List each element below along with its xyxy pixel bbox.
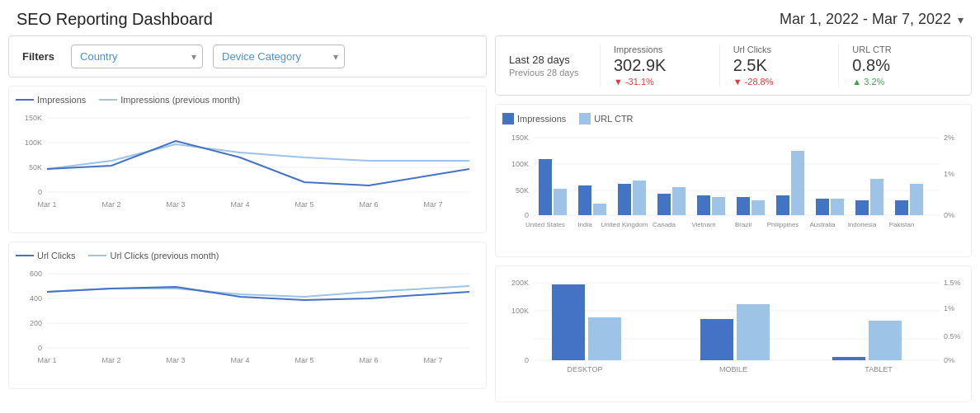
impressions-prev-legend-label: Impressions (previous month) <box>120 95 240 105</box>
svg-text:Mar 6: Mar 6 <box>359 356 378 364</box>
stats-period-main: Last 28 days <box>509 54 600 66</box>
country-ctr-legend-box <box>579 113 591 124</box>
svg-rect-59 <box>895 200 908 215</box>
device-category-filter[interactable]: Device Category <box>213 45 345 68</box>
svg-rect-47 <box>657 194 671 215</box>
svg-rect-43 <box>578 185 591 215</box>
url-clicks-value: 2.5K <box>733 56 767 75</box>
impressions-legend-line <box>16 99 34 101</box>
country-filter[interactable]: Country <box>71 45 203 68</box>
svg-rect-44 <box>593 204 606 215</box>
url-clicks-change: ▼ -28.8% <box>733 77 774 87</box>
svg-text:0%: 0% <box>944 356 954 364</box>
svg-text:0.5%: 0.5% <box>944 332 961 340</box>
svg-text:MOBILE: MOBILE <box>719 365 747 373</box>
url-clicks-prev-legend-label: Url Clicks (previous month) <box>110 251 219 260</box>
url-ctr-value: 0.8% <box>852 56 890 75</box>
filters-bar: Filters Country Device Category <box>8 35 487 77</box>
impressions-change: ▼ -31.1% <box>614 77 654 87</box>
svg-rect-49 <box>697 195 710 215</box>
country-select[interactable]: Country <box>71 45 203 68</box>
svg-rect-41 <box>539 159 552 215</box>
url-clicks-label: Url Clicks <box>733 45 771 54</box>
svg-rect-60 <box>910 184 923 215</box>
svg-rect-45 <box>618 184 631 215</box>
svg-text:200K: 200K <box>511 279 529 287</box>
svg-text:100K: 100K <box>511 307 529 315</box>
svg-text:TABLET: TABLET <box>865 365 893 373</box>
impressions-legend: Impressions Impressions (previous month) <box>16 95 479 105</box>
svg-text:200: 200 <box>30 319 42 327</box>
svg-rect-52 <box>751 200 765 215</box>
page-title: SEO Reporting Dashboard <box>16 10 213 29</box>
svg-text:0: 0 <box>38 188 42 196</box>
country-impressions-legend-box <box>502 113 514 124</box>
svg-rect-58 <box>870 179 883 215</box>
url-clicks-legend-line <box>16 255 34 256</box>
country-svg: 150K 100K 50K 0 2% 1% 0% <box>502 129 964 249</box>
svg-rect-83 <box>588 317 621 360</box>
svg-text:0: 0 <box>525 356 529 364</box>
svg-rect-50 <box>712 197 725 215</box>
device-category-select[interactable]: Device Category <box>213 45 345 68</box>
svg-text:Mar 2: Mar 2 <box>101 356 120 364</box>
url-ctr-change: ▲ 3.2% <box>852 77 884 87</box>
stats-box: Last 28 days Previous 28 days Impression… <box>495 35 972 96</box>
country-impressions-label: Impressions <box>517 114 566 124</box>
date-range-arrow[interactable]: ▾ <box>958 13 964 26</box>
svg-text:Brazil: Brazil <box>735 221 751 228</box>
svg-text:50K: 50K <box>516 186 529 195</box>
svg-rect-85 <box>737 304 770 360</box>
url-clicks-legend: Url Clicks Url Clicks (previous month) <box>16 251 479 260</box>
url-ctr-metric: URL CTR 0.8% ▲ 3.2% <box>838 45 958 87</box>
url-ctr-label: URL CTR <box>852 45 891 54</box>
device-svg: 200K 100K 0 1.5% 1% 0.5% 0% DESKTOP <box>502 275 964 394</box>
svg-rect-84 <box>700 319 733 360</box>
country-chart: Impressions URL CTR 150K 100K 50K 0 <box>495 104 972 257</box>
svg-text:Mar 1: Mar 1 <box>37 356 56 364</box>
svg-rect-55 <box>816 199 829 215</box>
svg-text:United States: United States <box>525 221 565 228</box>
svg-rect-54 <box>791 151 804 215</box>
url-clicks-prev-legend-line <box>88 255 106 256</box>
svg-text:150K: 150K <box>25 114 42 122</box>
svg-rect-42 <box>554 189 567 215</box>
svg-rect-53 <box>776 195 789 215</box>
svg-text:Mar 1: Mar 1 <box>37 200 56 209</box>
svg-rect-46 <box>633 181 646 215</box>
svg-text:100K: 100K <box>25 138 42 147</box>
impressions-value: 302.9K <box>614 56 666 75</box>
stats-period: Last 28 days Previous 28 days <box>509 45 600 87</box>
date-range: Mar 1, 2022 - Mar 7, 2022 <box>780 11 951 28</box>
svg-text:150K: 150K <box>511 134 529 142</box>
svg-text:United Kingdom: United Kingdom <box>601 221 648 228</box>
svg-text:100K: 100K <box>511 160 529 168</box>
svg-text:Indonesia: Indonesia <box>848 221 877 228</box>
svg-text:600: 600 <box>30 270 42 278</box>
svg-text:Mar 4: Mar 4 <box>230 200 249 209</box>
svg-text:Mar 4: Mar 4 <box>230 356 249 364</box>
svg-text:50K: 50K <box>29 163 42 171</box>
svg-rect-82 <box>552 284 585 360</box>
filters-label: Filters <box>22 50 54 63</box>
svg-text:1.5%: 1.5% <box>944 279 961 287</box>
svg-text:Mar 2: Mar 2 <box>101 200 120 209</box>
svg-text:Vietnam: Vietnam <box>691 221 716 228</box>
country-legend: Impressions URL CTR <box>502 113 964 124</box>
url-clicks-svg: 600 400 200 0 Mar 1 Mar 2 Mar 3 Mar 4 Ma… <box>16 265 474 381</box>
svg-rect-87 <box>869 321 902 360</box>
svg-text:Mar 7: Mar 7 <box>423 356 442 364</box>
stats-period-sub: Previous 28 days <box>509 68 600 77</box>
svg-text:India: India <box>577 221 592 228</box>
svg-text:2%: 2% <box>944 134 954 142</box>
impressions-legend-label: Impressions <box>37 95 86 105</box>
svg-text:Australia: Australia <box>809 221 836 228</box>
svg-text:0: 0 <box>38 344 42 352</box>
impressions-metric: Impressions 302.9K ▼ -31.1% <box>600 45 719 87</box>
svg-text:0: 0 <box>525 211 529 219</box>
svg-rect-56 <box>831 199 844 215</box>
svg-text:DESKTOP: DESKTOP <box>568 365 603 373</box>
impressions-svg: 150K 100K 50K 0 Mar 1 Mar 2 Mar 3 Mar 4 … <box>16 110 474 225</box>
url-clicks-chart: Url Clicks Url Clicks (previous month) 6… <box>8 242 487 389</box>
impressions-chart: Impressions Impressions (previous month)… <box>8 86 487 233</box>
